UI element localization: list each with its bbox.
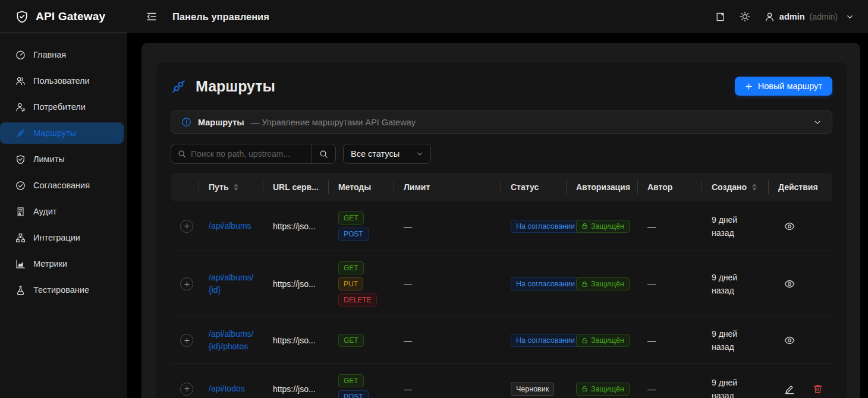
sidebar-item-label: Главная — [33, 50, 66, 59]
sidebar-item-approvals[interactable]: Согласования — [0, 175, 124, 196]
user-icon — [765, 12, 775, 22]
header-right: admin (admin) — [715, 11, 854, 22]
theme-toggle-sun-icon[interactable] — [740, 11, 750, 22]
chevron-down-icon[interactable] — [813, 118, 822, 127]
lock-icon — [581, 281, 588, 288]
method-badge: GET — [338, 334, 364, 347]
header-page-title: Панель управления — [172, 11, 269, 23]
auth-badge: Защищён — [576, 334, 630, 347]
column-upstream: URL серв... — [263, 173, 329, 201]
sidebar-item-consumers[interactable]: Потребители — [0, 96, 124, 118]
sidebar-item-metrics[interactable]: Метрики — [0, 253, 124, 274]
edit-button[interactable] — [784, 384, 795, 394]
author-value: — — [647, 384, 656, 394]
status-badge: На согласовании — [511, 220, 580, 233]
table-row: /​api/​todos https://jso... GET POST — Ч… — [171, 364, 832, 398]
route-path-link[interactable]: /​api/​albums — [209, 220, 251, 232]
check-circle-icon — [15, 181, 26, 191]
expand-row-button[interactable] — [180, 220, 193, 233]
eye-icon — [784, 279, 795, 289]
sort-icon — [752, 184, 757, 191]
menu-fold-icon[interactable] — [146, 11, 157, 22]
eye-icon — [784, 335, 795, 346]
auth-badge: Защищён — [576, 383, 630, 396]
author-value: — — [647, 336, 656, 345]
banner-title: Маршруты — [198, 118, 244, 127]
header-main: Панель управления admin — [127, 0, 868, 33]
brand-title: API Gateway — [36, 10, 105, 23]
shield-check-icon — [15, 154, 26, 165]
sidebar-item-users[interactable]: Пользователи — [0, 70, 124, 91]
upstream-url: https://jso... — [273, 222, 316, 231]
search-icon — [171, 150, 191, 158]
status-filter-select[interactable]: Все статусы — [343, 144, 431, 164]
flask-icon — [15, 285, 26, 295]
chevron-down-icon — [416, 150, 423, 157]
edit-icon — [784, 384, 795, 394]
limit-value: — — [404, 336, 412, 345]
search-button[interactable] — [312, 144, 335, 163]
search-box — [171, 144, 336, 164]
column-methods: Методы — [329, 173, 394, 201]
method-badge: PUT — [338, 277, 363, 290]
app-header: API Gateway Панель управления — [0, 0, 868, 33]
route-path-link[interactable]: /​api/​albums/​{id} — [209, 271, 254, 296]
status-badge: На согласовании — [511, 277, 580, 290]
table-row: /​api/​albums/​{id} https://jso... GET P… — [171, 251, 832, 317]
sidebar-item-home[interactable]: Главная — [0, 44, 124, 65]
expand-row-button[interactable] — [180, 334, 193, 347]
docs-icon[interactable] — [715, 12, 725, 22]
sidebar-item-integrations[interactable]: Интеграции — [0, 227, 124, 248]
expand-row-button[interactable] — [180, 277, 193, 290]
column-actions: Действия — [769, 173, 832, 201]
consumer-icon — [15, 102, 26, 112]
created-value: 9 дней назад — [712, 327, 759, 353]
user-role: (admin) — [810, 12, 838, 21]
method-badge: GET — [338, 261, 364, 274]
method-badge: GET — [338, 211, 364, 225]
sidebar-item-label: Аудит — [33, 207, 56, 216]
table-row: /​api/​albums/​{id}/​photos https://jso.… — [171, 317, 832, 364]
method-badge: GET — [338, 374, 364, 387]
method-badge: POST — [338, 228, 369, 241]
status-badge: На согласовании — [511, 334, 580, 347]
page-title: Маршруты — [196, 78, 275, 95]
sidebar-item-label: Потребители — [33, 102, 86, 112]
api-route-icon — [171, 78, 187, 94]
new-route-button[interactable]: Новый маршрут — [735, 77, 832, 96]
lock-icon — [581, 223, 588, 229]
shield-logo-icon — [15, 10, 29, 23]
sidebar-item-label: Маршруты — [33, 128, 76, 138]
user-menu[interactable]: admin (admin) — [765, 12, 854, 22]
delete-button[interactable] — [813, 384, 823, 394]
routes-card: Маршруты Новый маршрут — [156, 62, 847, 398]
upstream-url: https://jso... — [273, 384, 316, 394]
sidebar-item-label: Согласования — [33, 181, 90, 190]
table-header-row: Путь URL серв... Методы Лимит Статус Авт… — [171, 173, 832, 201]
info-banner[interactable]: Маршруты — Управление маршрутами API Gat… — [171, 110, 832, 134]
route-path-link[interactable]: /​api/​albums/​{id}/​photos — [209, 328, 254, 353]
upstream-url: https://jso... — [273, 336, 316, 345]
sidebar-item-limits[interactable]: Лимиты — [0, 149, 124, 170]
title-row: Маршруты Новый маршрут — [171, 77, 832, 96]
view-button[interactable] — [784, 335, 795, 346]
search-input[interactable] — [191, 149, 312, 159]
sidebar-item-testing[interactable]: Тестирование — [0, 279, 124, 301]
sidebar-item-label: Метрики — [33, 259, 67, 269]
sidebar-item-audit[interactable]: Аудит — [0, 201, 124, 222]
column-author: Автор — [638, 173, 702, 201]
created-value: 9 дней назад — [712, 213, 759, 239]
auth-badge: Защищён — [576, 277, 630, 290]
sidebar-item-routes[interactable]: Маршруты — [0, 122, 124, 144]
view-button[interactable] — [784, 221, 795, 232]
expand-row-button[interactable] — [180, 383, 193, 396]
column-path[interactable]: Путь — [199, 173, 263, 201]
lock-icon — [581, 386, 588, 392]
view-button[interactable] — [784, 279, 795, 289]
limit-value: — — [404, 384, 412, 394]
route-path-link[interactable]: /​api/​todos — [209, 383, 245, 395]
column-created[interactable]: Создано — [702, 173, 769, 201]
user-name: admin — [779, 12, 805, 21]
users-icon — [15, 76, 26, 86]
metrics-icon — [15, 259, 26, 269]
